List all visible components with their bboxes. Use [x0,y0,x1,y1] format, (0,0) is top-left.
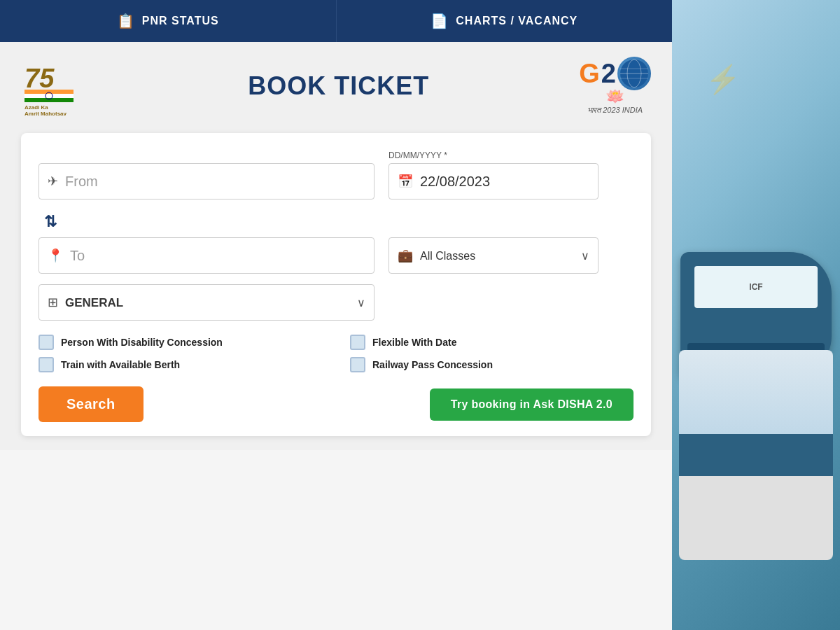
class-select-wrapper[interactable]: 💼 All Classes Sleeper (SL) AC 3 Tier (3A… [388,237,598,274]
date-input[interactable] [420,174,597,190]
from-field-group: ✈ [38,163,374,200]
swap-icon: ⇅ [44,213,57,230]
search-button-label: Search [66,396,115,412]
disha-button[interactable]: Try booking in Ask DISHA 2.0 [430,388,634,421]
checkbox-flexible-date-box[interactable] [350,335,365,350]
quota-icon: ⊞ [48,295,58,310]
checkbox-grid: Person With Disability Concession Flexib… [38,335,634,372]
g20-globe [617,57,651,90]
background-train-image: ICF ⚡ [672,0,840,630]
buttons-row: Search Try booking in Ask DISHA 2.0 [38,386,634,422]
checkbox-flexible-date-label: Flexible With Date [372,337,456,348]
quota-select[interactable]: GENERAL TATKAL PREMIUM TATKAL LADIES DEF… [65,296,350,309]
swap-row: ⇅ [38,210,634,234]
checkbox-section: Person With Disability Concession Flexib… [38,335,634,372]
class-icon: 💼 [398,248,413,263]
checkbox-disability-label: Person With Disability Concession [61,337,223,348]
booking-form: ✈ DD/MM/YYYY * 📅 ⇅ [21,133,651,436]
quota-row: ⊞ GENERAL TATKAL PREMIUM TATKAL LADIES D… [38,284,634,321]
from-input[interactable] [65,174,365,190]
pnr-icon: 📋 [117,13,135,29]
date-input-wrapper[interactable]: 📅 [388,163,598,200]
nav-pnr-label: PNR STATUS [142,15,219,27]
svg-rect-2 [24,94,74,98]
checkbox-available-berth-box[interactable] [38,357,54,372]
class-chevron-icon: ∨ [581,249,589,262]
azadi-logo: 75 Azadi Ka Amrit Mahotsav [21,56,98,115]
checkbox-flexible-date[interactable]: Flexible With Date [350,335,634,350]
to-icon: 📍 [48,248,63,263]
nav-bar: 📋 PNR STATUS 📄 CHARTS / VACANCY [0,0,672,42]
checkbox-railway-pass-label: Railway Pass Concession [372,359,493,370]
book-ticket-title: BOOK TICKET [248,71,429,101]
g20-g-letter: G [579,59,600,89]
nav-charts-label: CHARTS / VACANCY [456,15,578,27]
header-row: 75 Azadi Ka Amrit Mahotsav BOOK TICKET [21,56,651,115]
svg-text:Amrit Mahotsav: Amrit Mahotsav [24,111,67,115]
quota-select-wrapper[interactable]: ⊞ GENERAL TATKAL PREMIUM TATKAL LADIES D… [38,284,374,321]
svg-rect-3 [24,98,74,102]
date-label: DD/MM/YYYY * [388,150,598,160]
to-input[interactable] [70,248,365,264]
swap-button[interactable]: ⇅ [38,210,62,234]
checkbox-railway-pass-box[interactable] [350,357,365,372]
from-icon: ✈ [48,174,58,189]
nav-charts-vacancy[interactable]: 📄 CHARTS / VACANCY [337,0,673,42]
calendar-icon: 📅 [398,174,413,189]
quota-chevron-icon: ∨ [357,296,365,309]
g20-lotus-icon: 🪷 [606,88,624,106]
to-field-group: 📍 [38,237,374,274]
class-select[interactable]: All Classes Sleeper (SL) AC 3 Tier (3A) … [420,250,574,262]
to-input-wrapper[interactable]: 📍 [38,237,374,274]
form-row-2: 📍 💼 All Classes Sleeper (SL) AC 3 Tier (… [38,237,634,274]
checkbox-available-berth-label: Train with Available Berth [61,359,180,370]
nav-pnr-status[interactable]: 📋 PNR STATUS [0,0,337,42]
g20-2-number: 2 [601,59,616,89]
azadi-logo-svg: 75 Azadi Ka Amrit Mahotsav [21,56,98,115]
checkbox-railway-pass[interactable]: Railway Pass Concession [350,357,634,372]
disha-button-label: Try booking in Ask DISHA 2.0 [451,398,612,410]
date-field-group: DD/MM/YYYY * 📅 [388,150,598,200]
checkbox-disability[interactable]: Person With Disability Concession [38,335,322,350]
g20-subtitle: भारत 2023 INDIA [587,106,643,115]
svg-text:75: 75 [24,64,55,93]
charts-icon: 📄 [430,13,449,29]
from-input-wrapper[interactable]: ✈ [38,163,374,200]
svg-text:Azadi Ka: Azadi Ka [24,104,48,111]
checkbox-disability-box[interactable] [38,335,54,350]
form-row-1: ✈ DD/MM/YYYY * 📅 [38,150,634,200]
g20-logo: G 2 🪷 भारत 2023 INDIA [579,57,651,115]
search-button[interactable]: Search [38,386,144,422]
class-field-group: 💼 All Classes Sleeper (SL) AC 3 Tier (3A… [388,237,598,274]
checkbox-available-berth[interactable]: Train with Available Berth [38,357,322,372]
svg-rect-1 [24,90,74,94]
